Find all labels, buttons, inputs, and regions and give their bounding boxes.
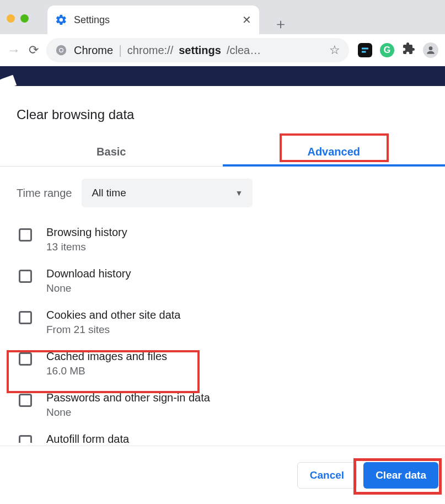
tab-title: Settings bbox=[74, 14, 235, 26]
cancel-button[interactable]: Cancel bbox=[297, 462, 357, 489]
chevron-down-icon: ▼ bbox=[235, 189, 243, 197]
header-banner bbox=[0, 66, 445, 86]
checkbox[interactable] bbox=[19, 270, 32, 283]
close-tab-icon[interactable]: ✕ bbox=[242, 13, 251, 26]
item-download-history[interactable]: Download history None bbox=[17, 267, 428, 294]
minimize-button[interactable] bbox=[7, 14, 15, 23]
checkbox[interactable] bbox=[19, 352, 32, 366]
time-range-select[interactable]: All time ▼ bbox=[82, 179, 253, 207]
address-bar[interactable]: Chrome | chrome://settings/clea… ☆ bbox=[46, 38, 349, 62]
grammarly-icon[interactable]: G bbox=[380, 43, 394, 57]
profile-avatar[interactable] bbox=[423, 42, 438, 58]
bookmark-star-icon[interactable]: ☆ bbox=[329, 43, 340, 57]
url-text: Chrome | chrome://settings/clea… bbox=[74, 43, 261, 57]
svg-point-2 bbox=[60, 49, 63, 52]
time-range-row: Time range All time ▼ bbox=[17, 179, 428, 207]
tab-basic[interactable]: Basic bbox=[0, 138, 223, 166]
dialog-tabs: Basic Advanced bbox=[0, 138, 445, 167]
item-browsing-history[interactable]: Browsing history 13 items bbox=[17, 226, 428, 253]
tab-indicator bbox=[223, 164, 446, 167]
browser-tab-settings[interactable]: Settings ✕ bbox=[47, 6, 259, 34]
item-cached-images[interactable]: Cached images and files 16.0 MB bbox=[17, 350, 428, 377]
time-range-value: All time bbox=[92, 187, 126, 199]
chrome-icon bbox=[55, 44, 67, 56]
new-tab-button[interactable]: ＋ bbox=[274, 14, 288, 34]
extensions-puzzle-icon[interactable] bbox=[402, 42, 415, 58]
extension-icon-1[interactable] bbox=[358, 43, 372, 57]
item-cookies[interactable]: Cookies and other site data From 21 site… bbox=[17, 309, 428, 336]
checkbox[interactable] bbox=[19, 435, 32, 443]
checkbox[interactable] bbox=[19, 311, 32, 324]
toolbar: → ⟳ Chrome | chrome://settings/clea… ☆ G bbox=[0, 34, 445, 66]
item-passwords[interactable]: Passwords and other sign-in data None bbox=[17, 392, 428, 419]
gear-icon bbox=[55, 14, 67, 26]
reload-button[interactable]: ⟳ bbox=[26, 43, 41, 57]
window-tab-strip: Settings ✕ ＋ bbox=[0, 0, 445, 34]
dialog-title: Clear browsing data bbox=[0, 101, 445, 138]
traffic-lights bbox=[7, 14, 29, 23]
extension-icons: G bbox=[355, 42, 438, 58]
tab-advanced[interactable]: Advanced bbox=[223, 138, 446, 166]
clear-browsing-data-dialog: Clear browsing data Basic Advanced Time … bbox=[0, 86, 445, 437]
clear-data-items: Browsing history 13 items Download histo… bbox=[17, 226, 428, 437]
checkbox[interactable] bbox=[19, 394, 32, 407]
maximize-button[interactable] bbox=[20, 14, 29, 23]
svg-point-4 bbox=[429, 46, 433, 50]
dialog-footer: Cancel Clear data bbox=[0, 446, 445, 504]
checkbox[interactable] bbox=[19, 228, 32, 242]
highlight-clear-data bbox=[353, 458, 442, 495]
time-range-label: Time range bbox=[17, 187, 72, 200]
forward-button[interactable]: → bbox=[7, 42, 21, 58]
svg-rect-3 bbox=[360, 45, 370, 55]
